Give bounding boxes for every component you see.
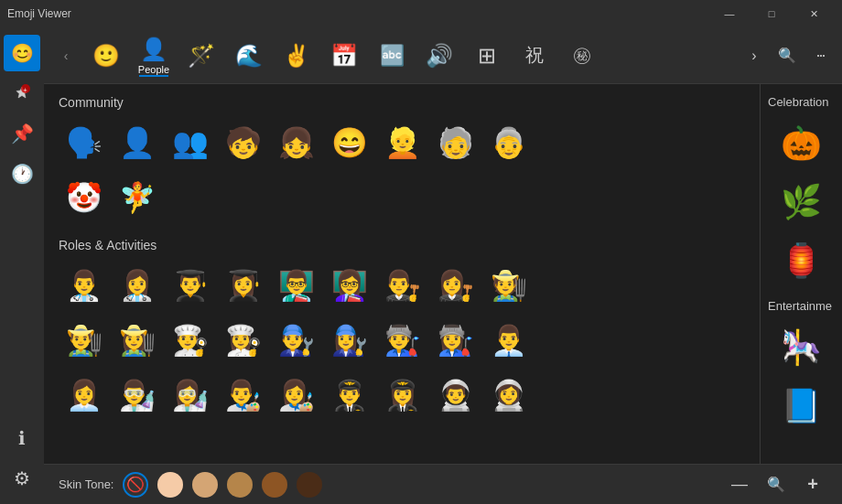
emoji-woman-judge[interactable]: 👩‍⚖️	[430, 260, 481, 311]
skin-tone-none[interactable]: 🚫	[123, 472, 148, 498]
emoji-man-student[interactable]: 👨‍🎓	[165, 260, 216, 311]
bottom-right-controls: — 🔍 +	[725, 470, 827, 499]
right-emoji-pumpkin[interactable]: 🎃	[764, 116, 837, 171]
sidebar-icon-pin[interactable]: 📌	[4, 115, 40, 152]
emoji-woman-mechanic[interactable]: 👩‍🔧	[324, 315, 375, 366]
emoji-baby[interactable]: 🤡	[59, 172, 110, 223]
skin-tone-medium[interactable]	[227, 472, 253, 498]
sidebar-icon-history[interactable]: 🕐	[4, 155, 40, 192]
app-body: 😊 + 📌 🕐 ℹ ⚙ ‹ 🙂 👤 Peopl	[0, 27, 842, 504]
sidebar-icon-people[interactable]: 😊	[4, 35, 40, 71]
skin-tone-medium-dark[interactable]	[262, 472, 287, 498]
right-emoji-book[interactable]: 📘	[764, 379, 837, 434]
emoji-child[interactable]: 🧒	[218, 117, 269, 168]
nav-more-button[interactable]: ›	[739, 41, 769, 70]
right-emoji-lantern[interactable]: 🏮	[764, 233, 837, 288]
emoji-woman-artist[interactable]: 👩‍🎨	[271, 370, 322, 421]
emoji-girl[interactable]: 👧	[271, 117, 322, 168]
emoji-man-teacher[interactable]: 👨‍🏫	[271, 260, 322, 311]
emoji-busts[interactable]: 👥	[165, 117, 216, 168]
emoji-man-pilot[interactable]: 👨‍✈️	[324, 370, 375, 421]
emoji-man-office[interactable]: 👨‍💼	[483, 315, 534, 366]
emoji-man-cook[interactable]: 👨‍🍳	[165, 315, 216, 366]
nav-kanji1[interactable]: 祝	[513, 33, 556, 79]
nav-symbol[interactable]: 🔤	[370, 33, 414, 79]
nav-grid[interactable]: ⊞	[465, 33, 509, 79]
emoji-woman-health[interactable]: 👩‍⚕️	[112, 260, 163, 311]
content-wrapper: Community 🗣️ 👤 👥 🧒 👧 😄 👱 🧓 👵 🤡 🧚	[44, 84, 842, 464]
window-controls: — □ ✕	[708, 0, 835, 27]
emoji-man-astronaut[interactable]: 👨‍🚀	[430, 370, 481, 421]
nav-search-button[interactable]: 🔍	[772, 41, 802, 70]
sidebar-icon-favorites[interactable]: +	[4, 75, 40, 112]
emoji-woman-cook[interactable]: 👩‍🍳	[218, 315, 269, 366]
right-emoji-carousel[interactable]: 🎠	[764, 320, 837, 375]
roles-emoji-row-2: 👨‍🌾 👩‍🌾 👨‍🍳 👩‍🍳 👨‍🔧 👩‍🔧 👨‍🏭 👩‍🏭 👨‍💼	[59, 315, 745, 366]
nav-magic[interactable]: 🪄	[179, 33, 223, 79]
nav-hand[interactable]: ✌	[275, 33, 318, 79]
emoji-woman-factory[interactable]: 👩‍🏭	[430, 315, 481, 366]
titlebar: Emoji Viewer — □ ✕	[0, 0, 842, 27]
community-emoji-row-1: 🗣️ 👤 👥 🧒 👧 😄 👱 🧓 👵	[59, 117, 745, 168]
emoji-man-factory[interactable]: 👨‍🏭	[377, 315, 428, 366]
emoji-man-judge[interactable]: 👨‍⚖️	[377, 260, 428, 311]
emoji-man-health[interactable]: 👨‍⚕️	[59, 260, 110, 311]
emoji-grinning[interactable]: 😄	[324, 117, 375, 168]
emoji-woman-farmer[interactable]: 👩‍🌾	[112, 315, 163, 366]
emoji-blond[interactable]: 👱	[377, 117, 428, 168]
emoji-woman-student[interactable]: 👩‍🎓	[218, 260, 269, 311]
right-emoji-plant[interactable]: 🌿	[764, 175, 837, 230]
top-nav: ‹ 🙂 👤 People 🪄 🌊 ✌	[44, 27, 842, 84]
emoji-older[interactable]: 🧓	[430, 117, 481, 168]
emoji-man-artist[interactable]: 👨‍🎨	[218, 370, 269, 421]
sidebar-icon-settings[interactable]: ⚙	[4, 460, 40, 497]
sidebar-bottom: ℹ ⚙	[4, 420, 40, 504]
right-panel: Celebration 🎃 🌿 🏮 Entertainme 🎠 📘	[760, 84, 842, 464]
maximize-button[interactable]: □	[750, 0, 793, 27]
emoji-woman-scientist[interactable]: 👩‍🔬	[165, 370, 216, 421]
svg-text:+: +	[24, 87, 27, 93]
roles-emoji-row-1: 👨‍⚕️ 👩‍⚕️ 👨‍🎓 👩‍🎓 👨‍🏫 👩‍🏫 👨‍⚖️ 👩‍⚖️ 🧑‍🌾	[59, 260, 745, 311]
nav-right-controls: › 🔍 ···	[739, 41, 835, 70]
emoji-farmer[interactable]: 🧑‍🌾	[483, 260, 534, 311]
emoji-grid-area: Community 🗣️ 👤 👥 🧒 👧 😄 👱 🧓 👵 🤡 🧚	[44, 84, 760, 464]
bottom-bar: Skin Tone: 🚫 — 🔍 +	[44, 464, 842, 504]
sidebar: 😊 + 📌 🕐 ℹ ⚙	[0, 27, 44, 504]
nav-smiley[interactable]: 🙂	[84, 33, 128, 79]
nav-speaker[interactable]: 🔊	[417, 33, 461, 79]
emoji-man-farmer[interactable]: 👨‍🌾	[59, 315, 110, 366]
nav-people[interactable]: 👤 People	[132, 33, 176, 79]
skin-tone-dark[interactable]	[297, 472, 322, 498]
celebration-title: Celebration	[764, 95, 838, 109]
close-button[interactable]: ✕	[793, 0, 835, 27]
emoji-bust[interactable]: 👤	[112, 117, 163, 168]
sidebar-icon-info[interactable]: ℹ	[4, 420, 40, 456]
emoji-woman-astronaut[interactable]: 👩‍🚀	[483, 370, 534, 421]
emoji-woman-teacher[interactable]: 👩‍🏫	[324, 260, 375, 311]
nav-dots-button[interactable]: ···	[805, 41, 835, 70]
emoji-man-mechanic[interactable]: 👨‍🔧	[271, 315, 322, 366]
emoji-woman-office[interactable]: 👩‍💼	[59, 370, 110, 421]
nav-nature[interactable]: 🌊	[227, 33, 271, 79]
main-area: ‹ 🙂 👤 People 🪄 🌊 ✌	[44, 27, 842, 504]
emoji-woman-pilot[interactable]: 👩‍✈️	[377, 370, 428, 421]
search-bottom-button[interactable]: 🔍	[761, 470, 791, 499]
app-title: Emoji Viewer	[7, 7, 708, 20]
emoji-speaking-head[interactable]: 🗣️	[59, 117, 110, 168]
community-emoji-row-2: 🤡 🧚	[59, 172, 745, 223]
nav-calendar[interactable]: 📅	[322, 33, 366, 79]
emoji-old-woman[interactable]: 👵	[483, 117, 534, 168]
emoji-man-scientist[interactable]: 👨‍🔬	[112, 370, 163, 421]
minimize-button[interactable]: —	[708, 0, 750, 27]
roles-emoji-row-3: 👩‍💼 👨‍🔬 👩‍🔬 👨‍🎨 👩‍🎨 👨‍✈️ 👩‍✈️ 👨‍🚀 👩‍🚀	[59, 370, 745, 421]
back-button[interactable]: ‹	[51, 41, 81, 70]
emoji-fairy[interactable]: 🧚	[112, 172, 163, 223]
zoom-in-button[interactable]: +	[798, 470, 827, 499]
skin-tone-light[interactable]	[157, 472, 183, 498]
skin-tone-medium-light[interactable]	[192, 472, 218, 498]
community-section-title: Community	[59, 95, 745, 110]
roles-section-title: Roles & Activities	[59, 238, 745, 252]
entertainment-title: Entertainme	[764, 299, 838, 313]
zoom-out-button[interactable]: —	[725, 470, 754, 499]
nav-kanji2[interactable]: ㊙	[560, 33, 604, 79]
